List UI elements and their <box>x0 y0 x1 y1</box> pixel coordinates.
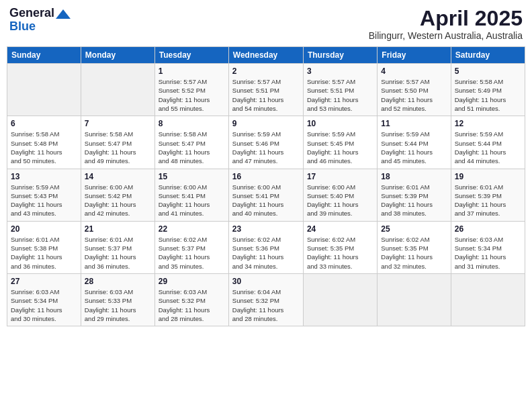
calendar-subtitle: Bilingurr, Western Australia, Australia <box>369 30 523 41</box>
calendar-table: SundayMondayTuesdayWednesdayThursdayFrid… <box>7 46 525 326</box>
day-number: 9 <box>232 119 300 128</box>
day-detail: Sunrise: 6:01 AM Sunset: 5:39 PM Dayligh… <box>455 183 521 218</box>
day-number: 2 <box>232 66 300 76</box>
calendar-cell: 4Sunrise: 5:57 AM Sunset: 5:50 PM Daylig… <box>378 64 451 116</box>
day-number: 13 <box>11 172 77 181</box>
calendar-cell <box>303 273 377 326</box>
calendar-cell: 23Sunrise: 6:02 AM Sunset: 5:36 PM Dayli… <box>228 221 303 273</box>
day-detail: Sunrise: 6:03 AM Sunset: 5:34 PM Dayligh… <box>11 287 77 323</box>
day-number: 8 <box>159 119 225 128</box>
day-number: 18 <box>381 172 447 181</box>
day-detail: Sunrise: 6:03 AM Sunset: 5:33 PM Dayligh… <box>85 287 151 323</box>
calendar-cell <box>7 64 81 116</box>
day-detail: Sunrise: 6:00 AM Sunset: 5:42 PM Dayligh… <box>85 183 151 218</box>
day-detail: Sunrise: 5:58 AM Sunset: 5:47 PM Dayligh… <box>85 130 151 165</box>
column-header-tuesday: Tuesday <box>154 47 228 64</box>
day-detail: Sunrise: 6:02 AM Sunset: 5:37 PM Dayligh… <box>159 235 225 271</box>
day-number: 6 <box>11 119 77 128</box>
day-detail: Sunrise: 6:01 AM Sunset: 5:37 PM Dayligh… <box>85 235 151 271</box>
column-header-thursday: Thursday <box>303 47 377 64</box>
day-number: 7 <box>85 119 151 128</box>
day-number: 3 <box>307 66 373 76</box>
calendar-cell: 10Sunrise: 5:59 AM Sunset: 5:45 PM Dayli… <box>303 116 377 169</box>
calendar-cell: 17Sunrise: 6:00 AM Sunset: 5:40 PM Dayli… <box>303 169 377 221</box>
calendar-cell: 28Sunrise: 6:03 AM Sunset: 5:33 PM Dayli… <box>81 273 154 326</box>
column-header-monday: Monday <box>81 47 154 64</box>
calendar-cell: 16Sunrise: 6:00 AM Sunset: 5:41 PM Dayli… <box>228 169 303 221</box>
calendar-cell: 8Sunrise: 5:58 AM Sunset: 5:47 PM Daylig… <box>154 116 228 169</box>
logo-arrow-icon <box>56 9 71 19</box>
calendar-cell: 3Sunrise: 5:57 AM Sunset: 5:51 PM Daylig… <box>303 64 377 116</box>
calendar-cell: 15Sunrise: 6:00 AM Sunset: 5:41 PM Dayli… <box>154 169 228 221</box>
calendar-title: April 2025 <box>369 7 523 30</box>
day-detail: Sunrise: 6:04 AM Sunset: 5:32 PM Dayligh… <box>232 287 300 323</box>
logo-text-blue: Blue <box>9 19 36 33</box>
day-number: 4 <box>381 66 447 76</box>
calendar-cell: 20Sunrise: 6:01 AM Sunset: 5:38 PM Dayli… <box>7 221 81 273</box>
calendar-cell <box>378 273 451 326</box>
day-number: 21 <box>85 224 151 234</box>
column-header-sunday: Sunday <box>7 47 81 64</box>
calendar-week-5: 27Sunrise: 6:03 AM Sunset: 5:34 PM Dayli… <box>7 273 525 326</box>
day-detail: Sunrise: 6:01 AM Sunset: 5:38 PM Dayligh… <box>11 235 77 271</box>
day-detail: Sunrise: 6:00 AM Sunset: 5:40 PM Dayligh… <box>307 183 373 218</box>
calendar-cell: 22Sunrise: 6:02 AM Sunset: 5:37 PM Dayli… <box>154 221 228 273</box>
calendar-cell: 27Sunrise: 6:03 AM Sunset: 5:34 PM Dayli… <box>7 273 81 326</box>
calendar-cell: 24Sunrise: 6:02 AM Sunset: 5:35 PM Dayli… <box>303 221 377 273</box>
calendar-cell: 11Sunrise: 5:59 AM Sunset: 5:44 PM Dayli… <box>378 116 451 169</box>
day-detail: Sunrise: 5:58 AM Sunset: 5:47 PM Dayligh… <box>159 130 225 165</box>
day-detail: Sunrise: 5:59 AM Sunset: 5:44 PM Dayligh… <box>455 130 521 165</box>
day-number: 19 <box>455 172 521 181</box>
day-detail: Sunrise: 5:57 AM Sunset: 5:51 PM Dayligh… <box>307 77 373 113</box>
calendar-cell: 19Sunrise: 6:01 AM Sunset: 5:39 PM Dayli… <box>451 169 525 221</box>
day-detail: Sunrise: 6:02 AM Sunset: 5:36 PM Dayligh… <box>232 235 300 271</box>
day-detail: Sunrise: 6:00 AM Sunset: 5:41 PM Dayligh… <box>159 183 225 218</box>
calendar-cell: 2Sunrise: 5:57 AM Sunset: 5:51 PM Daylig… <box>228 64 303 116</box>
calendar-body: 1Sunrise: 5:57 AM Sunset: 5:52 PM Daylig… <box>7 64 525 326</box>
day-number: 24 <box>307 224 373 234</box>
day-number: 20 <box>11 224 77 234</box>
calendar-cell: 12Sunrise: 5:59 AM Sunset: 5:44 PM Dayli… <box>451 116 525 169</box>
day-detail: Sunrise: 6:02 AM Sunset: 5:35 PM Dayligh… <box>381 235 447 271</box>
day-detail: Sunrise: 6:02 AM Sunset: 5:35 PM Dayligh… <box>307 235 373 271</box>
calendar-cell: 6Sunrise: 5:58 AM Sunset: 5:48 PM Daylig… <box>7 116 81 169</box>
calendar-cell: 5Sunrise: 5:58 AM Sunset: 5:49 PM Daylig… <box>451 64 525 116</box>
day-number: 26 <box>455 224 521 234</box>
day-detail: Sunrise: 5:57 AM Sunset: 5:52 PM Dayligh… <box>159 77 225 113</box>
svg-marker-0 <box>56 9 71 19</box>
calendar-cell: 18Sunrise: 6:01 AM Sunset: 5:39 PM Dayli… <box>378 169 451 221</box>
day-detail: Sunrise: 5:57 AM Sunset: 5:50 PM Dayligh… <box>381 77 447 113</box>
calendar-cell: 13Sunrise: 5:59 AM Sunset: 5:43 PM Dayli… <box>7 169 81 221</box>
title-block: April 2025 Bilingurr, Western Australia,… <box>369 7 523 41</box>
day-detail: Sunrise: 5:58 AM Sunset: 5:48 PM Dayligh… <box>11 130 77 165</box>
day-detail: Sunrise: 6:01 AM Sunset: 5:39 PM Dayligh… <box>381 183 447 218</box>
calendar-cell: 30Sunrise: 6:04 AM Sunset: 5:32 PM Dayli… <box>228 273 303 326</box>
column-header-friday: Friday <box>378 47 451 64</box>
day-detail: Sunrise: 6:03 AM Sunset: 5:32 PM Dayligh… <box>159 287 225 323</box>
day-detail: Sunrise: 5:59 AM Sunset: 5:46 PM Dayligh… <box>232 130 300 165</box>
calendar-week-3: 13Sunrise: 5:59 AM Sunset: 5:43 PM Dayli… <box>7 169 525 221</box>
day-number: 5 <box>455 66 521 76</box>
day-number: 28 <box>85 277 151 286</box>
day-number: 25 <box>381 224 447 234</box>
day-detail: Sunrise: 5:59 AM Sunset: 5:45 PM Dayligh… <box>307 130 373 165</box>
day-number: 27 <box>11 277 77 286</box>
day-detail: Sunrise: 5:59 AM Sunset: 5:43 PM Dayligh… <box>11 183 77 218</box>
column-header-wednesday: Wednesday <box>228 47 303 64</box>
calendar-cell: 21Sunrise: 6:01 AM Sunset: 5:37 PM Dayli… <box>81 221 154 273</box>
day-number: 23 <box>232 224 300 234</box>
calendar-cell <box>81 64 154 116</box>
calendar-header-row: SundayMondayTuesdayWednesdayThursdayFrid… <box>7 47 525 64</box>
calendar-cell: 26Sunrise: 6:03 AM Sunset: 5:34 PM Dayli… <box>451 221 525 273</box>
logo-text-general: General <box>9 7 54 20</box>
calendar-cell: 7Sunrise: 5:58 AM Sunset: 5:47 PM Daylig… <box>81 116 154 169</box>
day-detail: Sunrise: 5:59 AM Sunset: 5:44 PM Dayligh… <box>381 130 447 165</box>
day-number: 16 <box>232 172 300 181</box>
day-number: 17 <box>307 172 373 181</box>
day-detail: Sunrise: 5:58 AM Sunset: 5:49 PM Dayligh… <box>455 77 521 113</box>
day-number: 15 <box>159 172 225 181</box>
calendar-cell: 25Sunrise: 6:02 AM Sunset: 5:35 PM Dayli… <box>378 221 451 273</box>
calendar-cell: 9Sunrise: 5:59 AM Sunset: 5:46 PM Daylig… <box>228 116 303 169</box>
day-number: 14 <box>85 172 151 181</box>
calendar-cell: 1Sunrise: 5:57 AM Sunset: 5:52 PM Daylig… <box>154 64 228 116</box>
